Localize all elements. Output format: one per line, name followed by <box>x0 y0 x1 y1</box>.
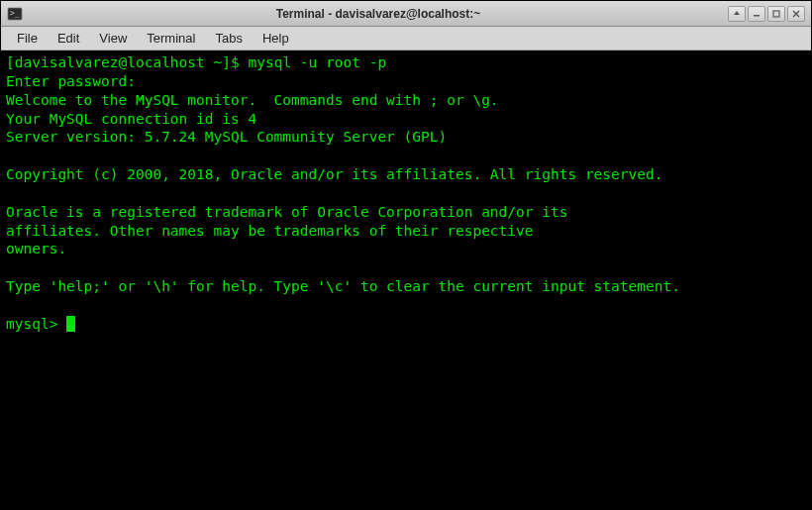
svg-text:>_: >_ <box>10 9 20 18</box>
menu-edit[interactable]: Edit <box>48 28 89 49</box>
terminal-icon: >_ <box>7 6 23 22</box>
minimize-button[interactable] <box>748 6 765 22</box>
ps1-path: ~ <box>205 54 222 70</box>
close-button[interactable] <box>787 6 805 22</box>
cursor-block <box>66 316 75 332</box>
output-line: owners. <box>6 241 66 256</box>
output-line: Your MySQL connection id is 4 <box>6 111 256 127</box>
terminal-pane[interactable]: [davisalvarez@localhost ~]$ mysql -u roo… <box>1 51 811 509</box>
keep-above-button[interactable] <box>728 6 746 22</box>
ps1-open: [ <box>6 54 15 70</box>
output-line: Copyright (c) 2000, 2018, Oracle and/or … <box>6 166 662 182</box>
svg-rect-2 <box>754 15 760 17</box>
output-line: Type 'help;' or '\h' for help. Type '\c'… <box>6 278 680 294</box>
menu-view[interactable]: View <box>89 28 137 49</box>
ps1-userhost: davisalvarez@localhost <box>15 54 205 70</box>
menu-tabs[interactable]: Tabs <box>205 28 252 49</box>
ps1-suffix: ]$ <box>222 54 248 70</box>
menu-file[interactable]: File <box>7 28 48 49</box>
output-line: Oracle is a registered trademark of Orac… <box>6 204 567 220</box>
menubar: File Edit View Terminal Tabs Help <box>1 27 811 51</box>
svg-rect-3 <box>773 11 779 17</box>
maximize-button[interactable] <box>767 6 785 22</box>
window-title: Terminal - davisalvarez@localhost:~ <box>29 7 728 21</box>
output-line: Server version: 5.7.24 MySQL Community S… <box>6 129 447 145</box>
output-line: affiliates. Other names may be trademark… <box>6 223 534 239</box>
mysql-prompt: mysql> <box>6 316 66 332</box>
window-titlebar: >_ Terminal - davisalvarez@localhost:~ <box>1 1 811 27</box>
menu-help[interactable]: Help <box>253 28 299 49</box>
output-line: Enter password: <box>6 73 136 89</box>
window-controls <box>728 6 805 22</box>
menu-terminal[interactable]: Terminal <box>137 28 205 49</box>
output-line: Welcome to the MySQL monitor. Commands e… <box>6 92 499 108</box>
command-input: mysql -u root -p <box>248 54 386 70</box>
